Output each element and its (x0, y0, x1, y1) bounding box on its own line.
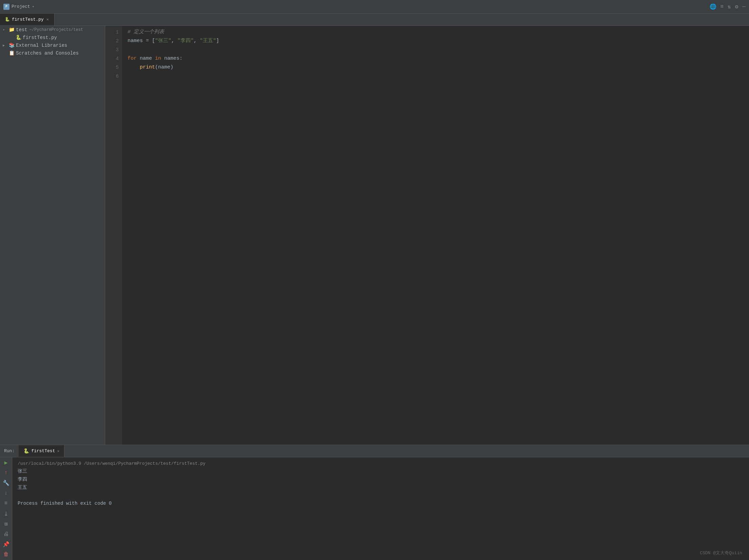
sidebar-item-extlibs-label: External Libraries (16, 43, 67, 48)
main-area: ▾ 📁 test ~/PycharmProjects/test 🐍 firstT… (0, 26, 749, 445)
run-down-button[interactable]: ↓ (2, 490, 11, 497)
run-pin-button[interactable]: 📌 (2, 541, 11, 548)
sidebar-item-extlibs[interactable]: ▶ 📚 External Libraries (0, 41, 105, 49)
code-line-1: # 定义一个列表 (128, 28, 749, 37)
run-command: /usr/local/bin/python3.9 /Users/wenqi/Py… (18, 460, 744, 467)
code-comma-2: , (194, 37, 200, 45)
code-kw-for: for (128, 54, 137, 63)
run-finish-msg: Process finished with exit code 0 (18, 500, 744, 508)
run-trash-button[interactable]: 🗑 (2, 551, 11, 558)
code-indent (128, 63, 140, 72)
run-grid-button[interactable]: ⊞ (2, 521, 11, 527)
run-play-button[interactable]: ▶ (2, 459, 11, 466)
bottom-content: ▶ ↑ 🔧 ↓ ≡ ⤓ ⊞ 🖨 📌 🗑 /usr/local/bin/pytho… (0, 457, 749, 560)
scratch-icon: 📋 (9, 50, 15, 56)
project-label[interactable]: Project (12, 4, 30, 9)
menu-icon[interactable]: ≡ (721, 4, 724, 10)
title-bar-icons: 🌐 ≡ ⇅ ⚙ — (710, 3, 746, 10)
run-output-spacer (18, 492, 744, 500)
project-icon: P (3, 4, 9, 10)
editor-area: 1 2 3 4 5 6 # 定义一个列表 names = [ "张三" , "李… (105, 26, 749, 445)
sidebar-item-scratches-label: Scratches and Consoles (16, 51, 79, 56)
code-paren-close: ) (170, 63, 173, 72)
code-line-2: names = [ "张三" , "李四" , "王五" ] (128, 37, 749, 45)
code-line-6 (128, 72, 749, 81)
run-stop-button[interactable]: ↑ (2, 469, 11, 476)
title-bar: P Project ▾ 🌐 ≡ ⇅ ⚙ — (0, 0, 749, 14)
code-arg-name: name (158, 63, 170, 72)
tab-label: firstTest.py (12, 17, 44, 22)
sort-icon[interactable]: ⇅ (728, 3, 731, 10)
code-fn-print: print (140, 63, 155, 72)
python-file-icon: 🐍 (5, 17, 10, 22)
title-bar-left: P Project ▾ (3, 4, 34, 10)
run-lines-button[interactable]: ≡ (2, 500, 11, 507)
run-output-line-3: 王五 (18, 484, 744, 492)
code-line-3 (128, 45, 749, 54)
run-output: /usr/local/bin/python3.9 /Users/wenqi/Py… (12, 457, 749, 560)
code-bracket-close: ] (216, 37, 219, 45)
sidebar: ▾ 📁 test ~/PycharmProjects/test 🐍 firstT… (0, 26, 105, 445)
sidebar-item-test-label: test (16, 27, 27, 33)
line-num-6: 6 (105, 72, 119, 81)
code-var-names2: names: (161, 54, 183, 63)
run-tab-icon: 🐍 (23, 448, 29, 454)
line-numbers: 1 2 3 4 5 6 (105, 26, 122, 445)
run-download-button[interactable]: ⤓ (2, 510, 11, 517)
minimize-icon[interactable]: — (742, 4, 746, 10)
bottom-panel: Run: 🐍 firstTest ✕ ▶ ↑ 🔧 ↓ ≡ ⤓ ⊞ 🖨 📌 🗑 /… (0, 445, 749, 560)
run-print-button[interactable]: 🖨 (2, 531, 11, 538)
project-dropdown-icon[interactable]: ▾ (32, 4, 35, 9)
bottom-tab-bar: Run: 🐍 firstTest ✕ (0, 445, 749, 457)
sidebar-item-test-path: ~/PycharmProjects/test (30, 27, 83, 32)
line-num-3: 3 (105, 45, 119, 54)
code-var-names: names (128, 37, 143, 45)
run-tab-close[interactable]: ✕ (57, 449, 59, 453)
code-str-2: "李四" (177, 37, 194, 45)
tab-close-button[interactable]: ✕ (46, 16, 50, 23)
run-output-line-2: 李四 (18, 476, 744, 484)
code-line-5: print ( name ) (128, 63, 749, 72)
run-sidebar: ▶ ↑ 🔧 ↓ ≡ ⤓ ⊞ 🖨 📌 🗑 (0, 457, 12, 560)
tab-firstTest[interactable]: 🐍 firstTest.py ✕ (0, 14, 55, 25)
code-comment-1: # 定义一个列表 (128, 28, 164, 37)
sidebar-item-firstTest[interactable]: 🐍 firstTest.py (0, 34, 105, 41)
sidebar-item-test[interactable]: ▾ 📁 test ~/PycharmProjects/test (0, 26, 105, 34)
sidebar-item-firstTest-label: firstTest.py (23, 35, 57, 40)
code-str-1: "张三" (155, 37, 171, 45)
line-num-2: 2 (105, 37, 119, 45)
globe-icon[interactable]: 🌐 (710, 3, 716, 10)
code-paren-open: ( (155, 63, 158, 72)
sidebar-item-scratches[interactable]: 📋 Scratches and Consoles (0, 49, 105, 57)
chevron-right-icon: ▶ (3, 43, 7, 47)
run-tab-firstTest[interactable]: 🐍 firstTest ✕ (19, 445, 64, 457)
code-str-3: "王五" (200, 37, 216, 45)
code-line-4: for name in names: (128, 54, 749, 63)
run-output-line-1: 张三 (18, 467, 744, 476)
folder-icon: 📁 (9, 27, 15, 33)
line-num-4: 4 (105, 54, 119, 63)
library-icon: 📚 (9, 42, 15, 48)
line-num-1: 1 (105, 28, 119, 37)
code-op-assign: = [ (143, 37, 155, 45)
run-label: Run: (0, 448, 19, 454)
code-var-name: name (137, 54, 155, 63)
chevron-down-icon: ▾ (3, 28, 7, 32)
tab-bar: 🐍 firstTest.py ✕ (0, 14, 749, 26)
settings-icon[interactable]: ⚙ (735, 3, 738, 10)
run-tab-label: firstTest (31, 448, 55, 454)
code-kw-in: in (155, 54, 161, 63)
code-comma-1: , (171, 37, 177, 45)
line-num-5: 5 (105, 63, 119, 72)
watermark: CSDN @文大奇Quiin (700, 550, 742, 556)
run-wrench-button[interactable]: 🔧 (2, 480, 11, 486)
python-icon: 🐍 (16, 35, 21, 40)
code-content[interactable]: # 定义一个列表 names = [ "张三" , "李四" , "王五" ] … (122, 26, 749, 445)
